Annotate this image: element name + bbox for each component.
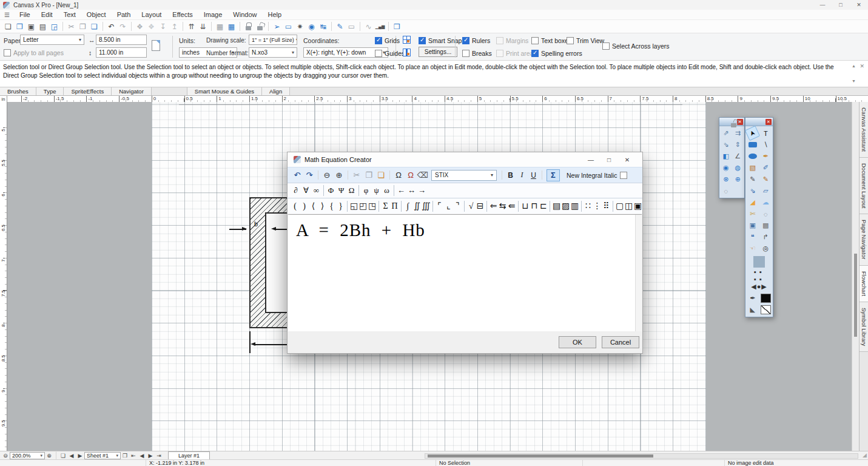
tab-canvas-assistant[interactable]: Canvas Assistant: [860, 102, 868, 158]
save-icon[interactable]: ▣: [25, 21, 37, 32]
sprite-effects-icon[interactable]: ∿: [363, 21, 374, 32]
new-integral-italic-checkbox[interactable]: [620, 172, 627, 179]
horizontal-scrollbar[interactable]: [425, 453, 858, 459]
next-sheet-button[interactable]: ▶: [76, 452, 84, 459]
marquee-tool[interactable]: ▧: [747, 162, 758, 174]
rulers-checkbox[interactable]: Rulers: [462, 36, 490, 45]
cancel-button[interactable]: Cancel: [602, 336, 639, 348]
dim-vertical-tool[interactable]: ⇕: [732, 139, 744, 150]
font-select[interactable]: STIX: [431, 170, 497, 181]
select-across-layers-checkbox-box[interactable]: [602, 42, 610, 50]
shape-edit-tool[interactable]: ▱: [760, 185, 772, 197]
tpl-box-under[interactable]: ⊔: [520, 200, 530, 213]
info-scroll-down-icon[interactable]: ▼: [852, 78, 856, 84]
sym-omega-lower[interactable]: ω: [382, 184, 392, 197]
dim-radius-tool[interactable]: ◉: [720, 162, 732, 174]
grid-settings-icon[interactable]: [403, 36, 411, 44]
path-tool[interactable]: ↱: [760, 231, 772, 243]
new-document-icon[interactable]: ❏: [2, 21, 14, 32]
sym-forall[interactable]: ∀: [301, 184, 311, 197]
tool-options-icon[interactable]: ➢: [271, 21, 283, 32]
menu-effects[interactable]: Effects: [167, 10, 198, 19]
tab-type[interactable]: Type: [36, 87, 64, 95]
effects-tool[interactable]: ▩: [760, 220, 772, 231]
canvas-area[interactable]: b 55.566.577.588.599.5 ✕ ⇗⇉⇘⇕◧∠◉◍⊗⊕◌ ✕ ➤…: [0, 102, 868, 451]
menu-image[interactable]: Image: [198, 10, 228, 19]
send-backward-icon[interactable]: ↧: [157, 21, 169, 32]
speech-balloon-tool[interactable]: ❝: [747, 231, 758, 243]
sym-partial[interactable]: ∂: [291, 184, 301, 197]
menu-path[interactable]: Path: [112, 10, 136, 19]
trim-view-checkbox-box[interactable]: [567, 37, 574, 44]
zoom-in-button[interactable]: ⊕: [45, 452, 53, 459]
next-layer-button[interactable]: ▶: [146, 452, 155, 459]
zoom-tool[interactable]: ◎: [760, 243, 772, 254]
page-orientation-icon[interactable]: [152, 40, 160, 51]
margins-checkbox[interactable]: Margins: [496, 36, 528, 45]
smart-guides-options-icon[interactable]: ↹: [317, 21, 329, 32]
eq-cut-icon[interactable]: ✂: [351, 169, 363, 181]
print-preview-icon[interactable]: ◲: [49, 21, 60, 32]
hamburger-icon[interactable]: ☰: [0, 12, 14, 18]
presentation-mode-icon[interactable]: ▭: [346, 21, 357, 32]
undo-icon[interactable]: ↶: [106, 21, 117, 32]
maximize-button[interactable]: □: [832, 0, 850, 10]
tab-brushes[interactable]: Brushes: [0, 87, 36, 95]
menu-object[interactable]: Object: [81, 10, 112, 19]
tab-symbol-library[interactable]: Symbol Library: [860, 302, 868, 352]
ungroup-icon[interactable]: ❖: [146, 21, 157, 32]
dim-chain-tool[interactable]: ⇉: [732, 127, 744, 139]
stroke-ink-icon[interactable]: ✒: [747, 292, 758, 304]
copy-icon[interactable]: ❐: [77, 21, 89, 32]
sym-omega-upper[interactable]: Ω: [346, 184, 357, 197]
tpl-box-left[interactable]: ⊏: [539, 200, 548, 213]
menu-help[interactable]: Help: [262, 10, 287, 19]
cube-3d-icon[interactable]: ❒: [391, 21, 403, 32]
tpl-overbracket[interactable]: ◱: [349, 200, 358, 213]
eq-paste-icon[interactable]: ❏: [375, 169, 387, 181]
duplicate-sheet-button[interactable]: ❐: [121, 452, 129, 459]
grids-checkbox[interactable]: Grids: [375, 36, 400, 45]
tpl-integral[interactable]: ∫: [403, 200, 412, 213]
tpl-box-slash[interactable]: ▨: [561, 200, 570, 213]
eq-redo-icon[interactable]: ↷: [303, 169, 315, 181]
tpl-arrow-both[interactable]: ⇚: [507, 200, 516, 213]
text-boxes-checkbox[interactable]: Text boxes: [531, 36, 571, 45]
info-scroll-up-icon[interactable]: ▲: [852, 63, 856, 69]
cut-icon[interactable]: ✂: [66, 21, 77, 32]
tab-page-navigator[interactable]: Page Navigator: [860, 214, 868, 265]
rectangle-tool[interactable]: [747, 139, 758, 150]
sym-arrow-both[interactable]: ↔: [406, 184, 417, 197]
tpl-overbar[interactable]: ◰: [358, 200, 368, 213]
menu-edit[interactable]: Edit: [36, 10, 58, 19]
paper-select[interactable]: Letter: [20, 35, 84, 45]
eq-delete-icon[interactable]: ⌫: [417, 169, 429, 181]
tpl-dots-vertical[interactable]: ⋮: [593, 200, 602, 213]
screen-options-icon[interactable]: ▭: [283, 21, 294, 32]
eraser-tool[interactable]: ☁: [760, 197, 772, 208]
sym-psi-lower[interactable]: ψ: [371, 184, 382, 197]
snap-settings-button[interactable]: Settings...: [419, 47, 457, 57]
redo-icon[interactable]: ↷: [117, 21, 129, 32]
paper-height-input[interactable]: 11.000 in: [96, 47, 147, 58]
tpl-box-vertical[interactable]: ▥: [570, 200, 579, 213]
dim-area-tool[interactable]: ◧: [720, 150, 732, 162]
minimize-button[interactable]: —: [813, 0, 832, 10]
drawing-scale-select[interactable]: 1" = 1" (Full Size): [249, 35, 297, 45]
tpl-corner-bottom-left[interactable]: ⌞: [444, 200, 453, 213]
sym-psi-upper[interactable]: Ψ: [336, 184, 346, 197]
italic-button[interactable]: I: [516, 169, 528, 181]
dim-center-tool[interactable]: ⊕: [732, 174, 744, 185]
menu-text[interactable]: Text: [58, 10, 81, 19]
knife-tool[interactable]: ✄: [747, 208, 758, 220]
tab-flowchart[interactable]: Flowchart: [860, 266, 868, 302]
horizontal-scrollbar-thumb[interactable]: [428, 454, 653, 458]
tpl-matrix-2x2[interactable]: ▢: [615, 200, 624, 213]
resize-grip-icon[interactable]: ◢: [863, 452, 867, 458]
text-boxes-checkbox-box[interactable]: [531, 37, 539, 44]
breaks-checkbox[interactable]: Breaks: [462, 49, 492, 58]
info-close-icon[interactable]: ✕: [860, 62, 864, 70]
sigma-style-button[interactable]: Σ: [547, 169, 560, 181]
tpl-brace-left[interactable]: {: [327, 200, 336, 213]
sym-phi-lower[interactable]: φ: [361, 184, 371, 197]
